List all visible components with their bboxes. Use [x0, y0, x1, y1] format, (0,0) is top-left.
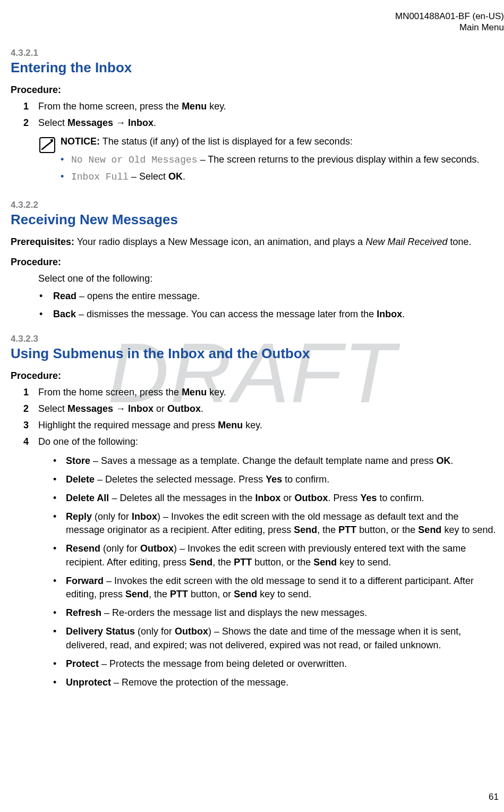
step-text: From the home screen, press the Menu key… [38, 386, 499, 399]
bullet-icon: • [38, 290, 53, 303]
list-item: •Forward – Invokes the edit screen with … [53, 574, 499, 601]
notice-body: NOTICE: The status (if any) of the list … [61, 135, 499, 187]
list-item: •Delete All – Deletes all the messages i… [53, 492, 499, 505]
list-text: No New or Old Messages – The screen retu… [71, 153, 499, 167]
list-text: Delete All – Deletes all the messages in… [66, 492, 499, 505]
list-text: Read – opens the entire message. [53, 290, 499, 303]
page-number: 61 [489, 792, 499, 802]
section-number: 4.3.2.1 [11, 48, 499, 58]
list-item: •Delivery Status (only for Outbox) – Sho… [53, 625, 499, 652]
list-item: •Store – Saves a message as a template. … [53, 454, 499, 468]
step-number: 4 [23, 435, 38, 695]
list-text: Unprotect – Remove the protection of the… [66, 676, 499, 689]
section-title: Entering the Inbox [11, 60, 499, 76]
step-text: Select Messages → Inbox or Outbox. [38, 402, 499, 416]
list-item: 3 Highlight the required message and pre… [23, 419, 499, 432]
bullet-icon: • [53, 492, 66, 505]
list-item: • No New or Old Messages – The screen re… [61, 153, 499, 167]
procedure-heading: Procedure: [11, 84, 499, 96]
step-number: 2 [23, 402, 38, 416]
notice-box: NOTICE: The status (if any) of the list … [38, 135, 499, 187]
step-number: 2 [23, 116, 38, 130]
list-item: 1 From the home screen, press the Menu k… [23, 386, 499, 399]
bullet-icon: • [53, 574, 66, 601]
list-item: 2 Select Messages → Inbox. [23, 116, 499, 130]
list-item: •Reply (only for Inbox) – Invokes the ed… [53, 510, 499, 537]
bullet-icon: • [53, 473, 66, 486]
bullet-list: • Read – opens the entire message. • Bac… [38, 290, 499, 320]
list-item: •Unprotect – Remove the protection of th… [53, 676, 499, 689]
bullet-icon: • [61, 153, 71, 167]
bullet-icon: • [53, 676, 66, 689]
bullet-icon: • [53, 510, 66, 537]
bullet-icon: • [53, 606, 66, 620]
list-text: Refresh – Re-orders the message list and… [66, 606, 499, 620]
section-title: Receiving New Messages [11, 212, 499, 228]
list-item: 4 Do one of the following: •Store – Save… [23, 435, 499, 695]
list-item: • Inbox Full – Select OK. [61, 170, 499, 184]
step-number: 1 [23, 386, 38, 399]
document-page: MN001488A01-BF (en-US) Main Menu DRAFT 4… [0, 0, 504, 812]
list-item: • Read – opens the entire message. [38, 290, 499, 303]
bullet-icon: • [53, 657, 66, 671]
prerequisites-text: Prerequisites: Your radio displays a New… [11, 235, 499, 248]
list-item: •Resend (only for Outbox) – Invokes the … [53, 542, 499, 569]
list-text: Back – dismisses the message. You can ac… [53, 308, 499, 321]
bullet-icon: • [38, 308, 53, 321]
doc-section: Main Menu [395, 22, 504, 33]
list-text: Delete – Deletes the selected message. P… [66, 473, 499, 486]
procedure-list: 1 From the home screen, press the Menu k… [23, 100, 499, 130]
notice-icon [38, 135, 61, 187]
list-item: •Delete – Deletes the selected message. … [53, 473, 499, 486]
svg-line-1 [42, 141, 53, 149]
list-item: • Back – dismisses the message. You can … [38, 308, 499, 321]
doc-id: MN001488A01-BF (en-US) [395, 11, 504, 22]
list-text: Reply (only for Inbox) – Invokes the edi… [66, 510, 499, 537]
step-text: From the home screen, press the Menu key… [38, 100, 499, 113]
step-text: Do one of the following: •Store – Saves … [38, 435, 499, 695]
procedure-heading: Procedure: [11, 370, 499, 382]
bullet-icon: • [53, 454, 66, 468]
list-text: Forward – Invokes the edit screen with t… [66, 574, 499, 601]
sub-bullet-list: •Store – Saves a message as a template. … [53, 454, 499, 690]
list-text: Resend (only for Outbox) – Invokes the e… [66, 542, 499, 569]
list-text: Delivery Status (only for Outbox) – Show… [66, 625, 499, 652]
list-item: •Refresh – Re-orders the message list an… [53, 606, 499, 620]
procedure-list: 1 From the home screen, press the Menu k… [23, 386, 499, 695]
step-text: Select Messages → Inbox. [38, 116, 499, 130]
list-text: Store – Saves a message as a template. C… [66, 454, 499, 468]
bullet-icon: • [53, 625, 66, 652]
step-text: Highlight the required message and press… [38, 419, 499, 432]
step-number: 1 [23, 100, 38, 113]
list-text: Protect – Protects the message from bein… [66, 657, 499, 671]
page-content: 4.3.2.1 Entering the Inbox Procedure: 1 … [11, 48, 499, 695]
section-number: 4.3.2.3 [11, 334, 499, 344]
section-title: Using Submenus in the Inbox and the Outb… [11, 345, 499, 362]
list-text: Inbox Full – Select OK. [71, 170, 499, 184]
bullet-icon: • [53, 542, 66, 569]
page-header: MN001488A01-BF (en-US) Main Menu [395, 11, 504, 33]
step-number: 3 [23, 419, 38, 432]
procedure-heading: Procedure: [11, 257, 499, 268]
intro-text: Select one of the following: [38, 272, 499, 285]
notice-list: • No New or Old Messages – The screen re… [61, 153, 499, 184]
list-item: •Protect – Protects the message from bei… [53, 657, 499, 671]
section-number: 4.3.2.2 [11, 200, 499, 210]
bullet-icon: • [61, 170, 71, 184]
list-item: 2 Select Messages → Inbox or Outbox. [23, 402, 499, 416]
list-item: 1 From the home screen, press the Menu k… [23, 100, 499, 113]
